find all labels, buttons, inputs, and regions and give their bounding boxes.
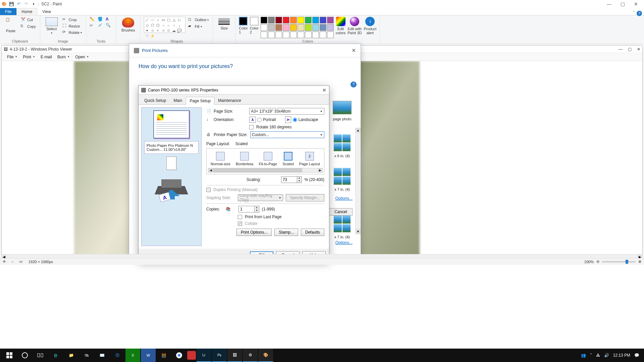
photoviewer-taskbar-icon[interactable]: 🖼: [227, 349, 242, 362]
layout-thumb-5x7[interactable]: [334, 168, 351, 185]
layout-thumb-5x7b[interactable]: [334, 216, 351, 232]
rotate-button[interactable]: ⟳Rotate▾: [62, 29, 83, 36]
duplex-checkbox[interactable]: [206, 188, 211, 192]
print-pictures-help-icon[interactable]: ?: [351, 81, 357, 87]
copies-input[interactable]: ▲▼: [238, 206, 259, 213]
print-pictures-cancel-button[interactable]: Cancel: [329, 208, 353, 216]
mail-icon[interactable]: ✉️: [95, 349, 109, 362]
tab-quick-setup[interactable]: Quick Setup: [141, 97, 170, 104]
help-icon[interactable]: ?: [637, 11, 642, 16]
word-icon[interactable]: W: [141, 349, 156, 362]
app-icon-gray[interactable]: ⚙: [243, 349, 258, 362]
qat-dropdown-icon[interactable]: ▾: [31, 1, 36, 7]
pv-menu-file[interactable]: File▼: [5, 54, 19, 60]
paste-button[interactable]: 📋Paste: [3, 17, 18, 34]
color2-button[interactable]: Color 2: [250, 17, 259, 34]
layout-scrollbar[interactable]: ◀▶: [208, 168, 323, 173]
tab-main[interactable]: Main: [170, 97, 186, 104]
magnifier-icon[interactable]: 🔍: [106, 23, 112, 27]
rotate180-checkbox[interactable]: [249, 125, 254, 129]
picker-icon[interactable]: 💉: [98, 23, 104, 27]
portrait-radio[interactable]: [257, 118, 262, 122]
printer-paper-combo[interactable]: Custom...▼: [250, 131, 324, 138]
props-close-button[interactable]: ✕: [322, 87, 326, 93]
maximize-button[interactable]: ▢: [619, 1, 627, 7]
redo-icon[interactable]: ↷: [23, 1, 29, 7]
stamp-button[interactable]: Stamp...: [274, 229, 298, 236]
resize-button[interactable]: ⛶Resize: [62, 23, 83, 29]
spin-down-icon[interactable]: ▼: [255, 209, 259, 212]
tab-home[interactable]: Home: [16, 8, 37, 15]
zoom-slider[interactable]: [602, 261, 636, 262]
cut-button[interactable]: ✂️Cut: [20, 17, 37, 23]
pv-menu-open[interactable]: Open▼: [73, 54, 91, 60]
tab-page-setup[interactable]: Page Setup: [186, 97, 214, 105]
print-options-button[interactable]: Print Options...: [236, 229, 272, 236]
pv-menu-burn[interactable]: Burn▼: [55, 54, 72, 60]
product-alert-button[interactable]: iProduct alert: [364, 17, 376, 35]
spin-up-icon[interactable]: ▲: [255, 206, 259, 209]
crop-button[interactable]: ✂Crop: [62, 17, 83, 23]
layout-borderless[interactable]: Borderless: [234, 151, 255, 167]
fill-button[interactable]: ▰Fill▾: [187, 23, 209, 29]
landscape-radio[interactable]: [293, 118, 297, 122]
brushes-button[interactable]: Brushes: [119, 17, 137, 33]
scaling-input[interactable]: ▲▼: [281, 176, 302, 183]
select-button[interactable]: Select▾: [44, 17, 60, 35]
tray-expand-icon[interactable]: ˄: [590, 353, 592, 358]
layout-thumb-fullpage[interactable]: [333, 101, 352, 114]
network-icon[interactable]: 🖧: [596, 353, 600, 358]
pv-menu-print[interactable]: Print▼: [21, 54, 37, 60]
photoshop-icon[interactable]: Ps: [212, 349, 227, 362]
pv-close-button[interactable]: ✕: [637, 47, 640, 52]
pv-maximize-button[interactable]: ▢: [628, 47, 632, 52]
layout-normal[interactable]: Normal-size: [209, 151, 232, 167]
lightroom-icon[interactable]: Lr: [197, 349, 211, 362]
skype-icon[interactable]: Ⓢ: [110, 349, 125, 362]
edit-colors-button[interactable]: Edit colors: [336, 17, 345, 35]
text-icon[interactable]: A: [106, 17, 112, 21]
pv-menu-email[interactable]: E-mail: [39, 54, 54, 60]
spin-down-icon[interactable]: ▼: [297, 180, 302, 183]
print-from-last-checkbox[interactable]: [238, 215, 242, 219]
layout-fit[interactable]: Fit-to-Page: [258, 151, 278, 167]
color-palette[interactable]: [261, 17, 334, 38]
bucket-icon[interactable]: 🪣: [98, 17, 104, 21]
zoom-in-button[interactable]: ⊕: [638, 259, 641, 264]
explorer-icon[interactable]: 📁: [64, 349, 78, 362]
layout-scaled[interactable]: Scaled: [281, 151, 295, 167]
close-button[interactable]: ✕: [632, 1, 640, 7]
shapes-gallery[interactable]: ／〰○▭▢△▷◇ ⬠⬡→←↑↓✦☆ ✧☆✩☁💬♡⚡: [144, 17, 185, 33]
size-button[interactable]: Size: [216, 17, 232, 31]
tab-maintenance[interactable]: Maintenance: [214, 97, 245, 104]
print-pictures-close-button[interactable]: ✕: [352, 47, 356, 54]
page-size-combo[interactable]: A3+ 13"x19" 33x48cm▼: [249, 108, 324, 115]
undo-icon[interactable]: ↶: [16, 1, 21, 7]
print-options-link-2[interactable]: Options...: [335, 240, 353, 245]
pencil-icon[interactable]: ✏️: [90, 17, 96, 21]
copy-button[interactable]: ⎘Copy: [20, 23, 37, 29]
volume-icon[interactable]: 🔊: [604, 353, 609, 358]
print-options-link[interactable]: Options...: [335, 196, 353, 201]
chrome-icon[interactable]: [172, 349, 186, 362]
calc-icon[interactable]: 🧮: [156, 349, 171, 362]
color1-button[interactable]: Color 1: [239, 17, 248, 34]
app-icon-red[interactable]: [187, 351, 196, 360]
tab-file[interactable]: File: [0, 8, 16, 15]
taskview-button[interactable]: [33, 349, 48, 362]
pv-minimize-button[interactable]: —: [619, 47, 623, 52]
store-icon[interactable]: 🛍: [79, 349, 94, 362]
tab-view[interactable]: View: [37, 8, 56, 15]
paint-taskbar-icon[interactable]: 🎨: [258, 349, 273, 362]
excel-icon[interactable]: X: [125, 349, 140, 362]
layout-pagelayout[interactable]: 2Page Layout: [298, 151, 321, 167]
defaults-button[interactable]: Defaults: [301, 229, 324, 236]
eraser-icon[interactable]: ▱: [90, 23, 96, 27]
people-icon[interactable]: 👥: [581, 353, 586, 358]
clock[interactable]: 12:13 PM: [613, 353, 630, 358]
save-icon[interactable]: 💾: [9, 1, 14, 7]
ribbon-collapse-icon[interactable]: ˆ: [633, 11, 635, 15]
edge-icon[interactable]: e: [48, 349, 63, 362]
start-button[interactable]: [2, 349, 17, 362]
zoom-out-button[interactable]: ⊖: [596, 259, 599, 264]
